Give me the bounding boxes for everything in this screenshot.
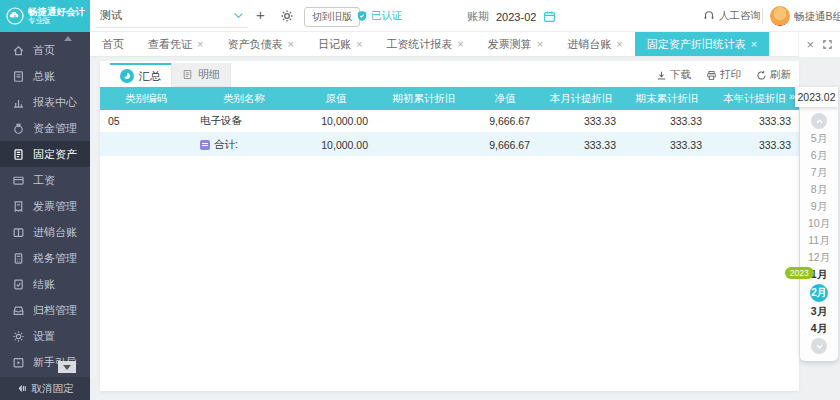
invoice-icon (12, 200, 25, 213)
sidebar-item-general-ledger[interactable]: 总账 (0, 63, 90, 89)
purchase-sales-icon (12, 226, 25, 239)
sidebar-item-closing[interactable]: 结账 (0, 271, 90, 297)
live-support[interactable]: 人工咨询 (703, 9, 761, 23)
col-header[interactable]: 期末累计折旧 (624, 92, 710, 106)
calendar-icon[interactable] (543, 10, 556, 23)
unpin-sidebar-button[interactable]: 取消固定 (0, 377, 90, 400)
switch-old-version-button[interactable]: 切到旧版 (304, 7, 360, 27)
tab-salary-report[interactable]: 工资统计报表× (374, 32, 475, 56)
sidebar-item-tax[interactable]: 税务管理 (0, 245, 90, 271)
logo-subtitle: 专业版 (28, 17, 85, 25)
guide-icon (12, 356, 25, 369)
sidebar-item-home[interactable]: 首页 (0, 37, 90, 63)
certified-label: 已认证 (371, 9, 403, 23)
close-icon[interactable]: × (537, 38, 543, 50)
close-icon[interactable]: × (197, 38, 203, 50)
tab-view-voucher[interactable]: 查看凭证× (136, 32, 215, 56)
sidebar-scroll-up-icon[interactable] (64, 36, 72, 41)
sidebar-item-beginner-guide[interactable]: 新手引导 (0, 349, 90, 375)
tax-icon (12, 252, 25, 265)
add-account-button[interactable]: + (256, 6, 265, 23)
month-item[interactable]: 7月 (811, 164, 827, 181)
month-item[interactable]: 11月 (808, 232, 829, 249)
col-header[interactable]: 期初累计折旧 (376, 92, 472, 106)
fullscreen-icon[interactable] (822, 39, 833, 50)
tab-invoice-calc[interactable]: 发票测算× (476, 32, 555, 56)
month-item[interactable]: 4月 (811, 320, 827, 337)
summary-pie-icon (120, 69, 134, 83)
month-item[interactable]: 10月 (808, 215, 830, 232)
sidebar-item-salary[interactable]: 工资 (0, 167, 90, 193)
month-item[interactable]: 5月 (811, 130, 827, 147)
app-logo: 畅捷通好会计 专业版 (0, 0, 90, 32)
col-header[interactable]: 本月计提折旧 (538, 92, 624, 106)
tab-home[interactable]: 首页 (90, 32, 136, 56)
user-avatar[interactable] (770, 6, 790, 26)
tab-purchase-sales[interactable]: 进销台账× (555, 32, 634, 56)
month-item[interactable]: 8月 (811, 181, 827, 198)
month-picker-rail: 5月 6月 7月 8月 9月 10月 11月 12月 2023 1月 2月 3月… (800, 107, 838, 361)
print-icon (706, 70, 717, 81)
month-item[interactable]: 3月 (811, 303, 827, 320)
col-header[interactable]: 原值 (296, 92, 376, 106)
close-tabs-icon[interactable]: × (806, 37, 814, 52)
home-icon (12, 44, 25, 57)
close-icon[interactable]: × (287, 38, 293, 50)
close-icon[interactable]: × (457, 38, 463, 50)
period-value: 2023-02 (496, 11, 536, 23)
view-tabs: 汇总 明细 (110, 63, 231, 87)
refresh-button[interactable]: 刷新 (756, 68, 791, 82)
tab-journal[interactable]: 日记账× (306, 32, 374, 56)
sidebar-item-archive[interactable]: 归档管理 (0, 297, 90, 323)
user-name[interactable]: 畅捷通B组... (794, 10, 840, 24)
accounting-period[interactable]: 账期 2023-02 (467, 9, 556, 24)
main-content: 汇总 明细 下载 打印 刷新 类别编码 类别名称 (90, 57, 840, 400)
month-item-selected[interactable]: 2月 (810, 284, 828, 302)
report-toolbar: 下载 打印 刷新 (656, 68, 791, 82)
topbar: 畅捷通好会计 专业版 测试 + 切到旧版 已认证 账期 2023-02 人工咨询… (0, 0, 840, 32)
account-name: 测试 (100, 8, 122, 23)
sidebar-item-funds[interactable]: 资金管理 (0, 115, 90, 141)
sidebar-item-invoice[interactable]: 发票管理 (0, 193, 90, 219)
sidebar-item-report-center[interactable]: 报表中心 (0, 89, 90, 115)
funds-icon (12, 122, 25, 135)
tab-balance-sheet[interactable]: 资产负债表× (215, 32, 305, 56)
close-icon[interactable]: × (356, 38, 362, 50)
tab-detail[interactable]: 明细 (171, 63, 231, 87)
months-scroll-up-icon[interactable] (811, 113, 827, 129)
download-button[interactable]: 下载 (656, 68, 691, 82)
gear-icon[interactable] (280, 9, 294, 27)
ledger-icon (12, 70, 25, 83)
headset-icon (703, 10, 715, 22)
close-icon[interactable]: × (616, 38, 622, 50)
table-row[interactable]: 05 电子设备 10,000.00 9,666.67 333.33 333.33… (100, 110, 799, 133)
print-button[interactable]: 打印 (706, 68, 741, 82)
sidebar-item-fixed-assets[interactable]: 固定资产 (0, 141, 90, 167)
month-item[interactable]: 9月 (811, 198, 827, 215)
tab-depreciation-report[interactable]: 固定资产折旧统计表× (635, 32, 769, 56)
col-header[interactable]: 类别编码 (100, 92, 192, 106)
period-label: 账期 (467, 9, 489, 24)
download-icon (656, 70, 667, 81)
detail-doc-icon (182, 69, 193, 80)
months-scroll-down-icon[interactable] (811, 338, 827, 354)
col-header[interactable]: 净值 (472, 92, 538, 106)
close-icon[interactable]: × (751, 38, 757, 50)
year-badge: 2023 (785, 267, 814, 279)
sidebar-scroll-down-icon[interactable] (58, 361, 76, 373)
support-label: 人工咨询 (719, 9, 761, 23)
report-card: 汇总 明细 下载 打印 刷新 类别编码 类别名称 (100, 61, 799, 391)
tab-summary[interactable]: 汇总 (110, 63, 171, 87)
col-header[interactable]: 类别名称 (192, 92, 296, 106)
account-selector[interactable]: 测试 (96, 4, 248, 28)
certified-badge[interactable]: 已认证 (356, 9, 403, 23)
current-period-box[interactable]: 2023.02 (795, 87, 838, 107)
col-header[interactable]: 本年计提折旧 (710, 92, 799, 106)
sidebar-item-settings[interactable]: 设置 (0, 323, 90, 349)
month-item[interactable]: 6月 (811, 147, 827, 164)
month-item[interactable]: 12月 (808, 249, 830, 266)
shield-icon (356, 10, 368, 22)
summary-total-icon (200, 140, 210, 150)
sidebar-item-purchase-sales[interactable]: 进销台账 (0, 219, 90, 245)
total-label: 合计: (214, 138, 238, 152)
